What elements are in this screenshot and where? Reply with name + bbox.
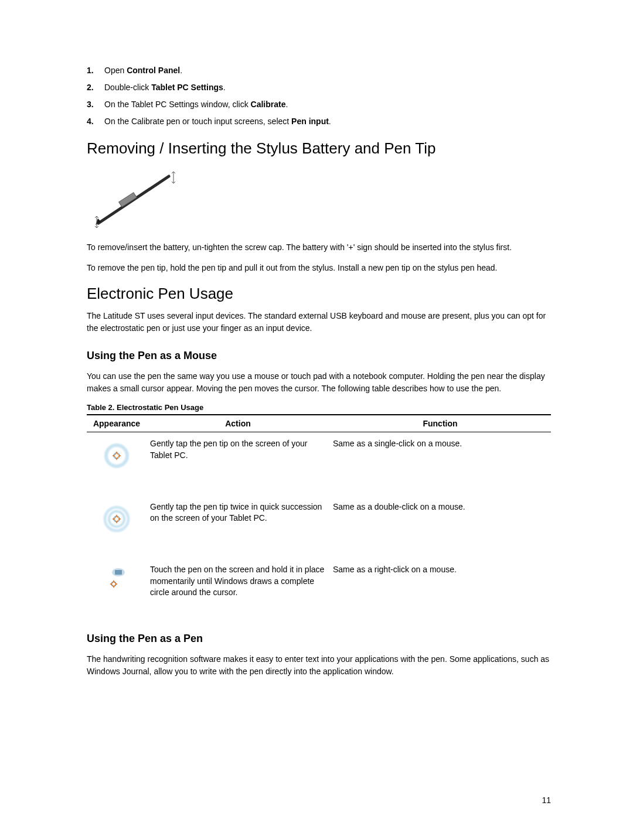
paragraph-remove-battery: To remove/insert the battery, un-tighten… [87, 241, 551, 254]
cell-function: Same as a right-click on a mouse. [329, 558, 551, 617]
step-item: 2. Double-click Tablet PC Settings. [87, 81, 551, 94]
step-number: 2. [87, 81, 104, 94]
step-text: On the Tablet PC Settings window, click … [104, 98, 551, 111]
cell-action: Touch the pen on the screen and hold it … [147, 558, 329, 617]
paragraph-pen-as-pen: The handwriting recognition software mak… [87, 653, 551, 678]
step-text: Open Control Panel. [104, 64, 551, 77]
paragraph-remove-tip: To remove the pen tip, hold the pen tip … [87, 262, 551, 274]
cell-action: Gently tap the pen tip on the screen of … [147, 432, 329, 496]
heading-electronic-pen-usage: Electronic Pen Usage [87, 285, 551, 303]
col-appearance: Appearance [87, 415, 147, 432]
paragraph-usage: The Latitude ST uses several input devic… [87, 310, 551, 334]
subheading-pen-as-mouse: Using the Pen as a Mouse [87, 350, 551, 362]
col-action: Action [147, 415, 329, 432]
cell-function: Same as a single-click on a mouse. [329, 432, 551, 496]
step-item: 1. Open Control Panel. [87, 64, 551, 77]
heading-remove-insert: Removing / Inserting the Stylus Battery … [87, 139, 551, 158]
stylus-pen-icon [95, 172, 175, 228]
pen-usage-table: Appearance Action Function Gently [87, 414, 551, 617]
subheading-pen-as-pen: Using the Pen as a Pen [87, 633, 551, 645]
step-number: 4. [87, 115, 104, 128]
appearance-icon-double-tap [87, 496, 147, 559]
step-text: Double-click Tablet PC Settings. [104, 81, 551, 94]
appearance-icon-hold [87, 558, 147, 617]
table-row: Touch the pen on the screen and hold it … [87, 558, 551, 617]
stylus-illustration [87, 165, 551, 231]
step-item: 3. On the Tablet PC Settings window, cli… [87, 98, 551, 111]
cell-action: Gently tap the pen tip twice in quick su… [147, 496, 329, 559]
paragraph-pen-as-mouse: You can use the pen the same way you use… [87, 370, 551, 395]
step-number: 3. [87, 98, 104, 111]
svg-rect-19 [115, 570, 122, 575]
svg-point-6 [114, 453, 120, 459]
document-page: 1. Open Control Panel. 2. Double-click T… [0, 0, 633, 840]
table-row: Gently tap the pen tip twice in quick su… [87, 496, 551, 559]
step-number: 1. [87, 64, 104, 77]
col-function: Function [329, 415, 551, 432]
appearance-icon-single-tap [87, 432, 147, 496]
table-caption: Table 2. Electrostatic Pen Usage [87, 403, 551, 412]
cell-function: Same as a double-click on a mouse. [329, 496, 551, 559]
page-number: 11 [542, 795, 551, 805]
svg-point-20 [111, 582, 116, 586]
step-item: 4. On the Calibrate pen or touch input s… [87, 115, 551, 128]
table-row: Gently tap the pen tip on the screen of … [87, 432, 551, 496]
svg-point-13 [114, 516, 120, 522]
steps-list: 1. Open Control Panel. 2. Double-click T… [87, 64, 551, 128]
step-text: On the Calibrate pen or touch input scre… [104, 115, 551, 128]
